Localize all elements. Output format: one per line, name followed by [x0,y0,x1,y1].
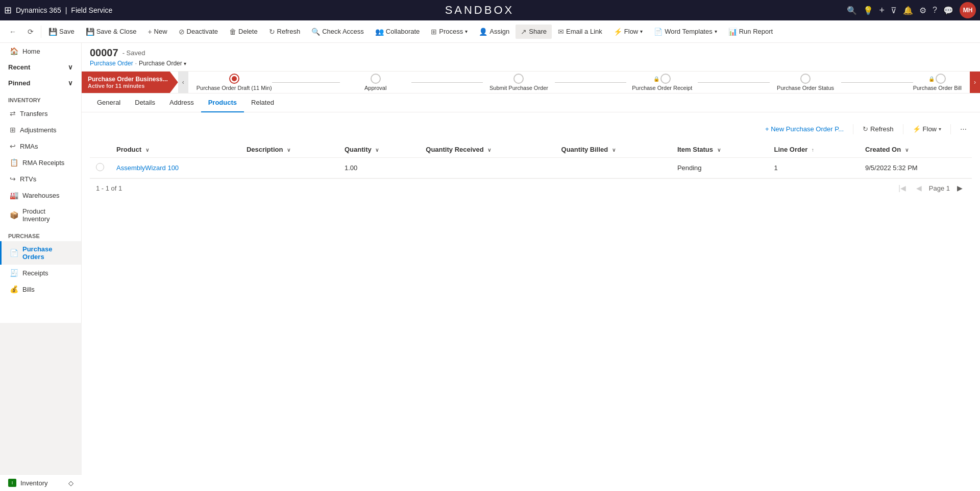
toolbar-separator-1 [853,124,853,134]
sidebar-item-bills[interactable]: 💰 Bills [0,281,81,297]
lightbulb-icon[interactable]: 💡 [863,6,873,15]
add-icon[interactable]: + [879,5,885,16]
bpf-collapse-button[interactable]: ‹ [178,72,188,93]
col-created-on[interactable]: Created On ∨ [859,142,972,158]
email-link-button[interactable]: ✉ Email a Link [553,25,607,39]
toolbar-separator-3 [950,124,951,134]
chat-icon[interactable]: 💬 [943,6,953,15]
refresh-button[interactable]: ↻ Refresh [264,25,306,39]
sidebar-recent-collapse[interactable]: Recent ∨ [0,59,81,75]
run-report-button[interactable]: 📊 Run Report [723,25,778,39]
receipts-icon: 🧾 [10,269,18,277]
breadcrumb-entity[interactable]: Purchase Order [90,60,133,67]
tab-address[interactable]: Address [162,93,201,112]
bpf-active-stage[interactable]: Purchase Order Business... Active for 11… [82,72,178,93]
sidebar-transfers-label: Transfers [20,110,47,118]
bpf-active-stage-sub: Active for 11 minutes [88,83,168,89]
page-prev-button[interactable]: ◀ [913,183,925,193]
delete-button[interactable]: 🗑 Delete [224,25,263,39]
product-link[interactable]: AssemblyWizard 100 [116,164,179,172]
word-templates-icon: 📄 [654,28,663,36]
new-purchase-order-product-button[interactable]: + New Purchase Order P... [760,123,849,135]
sidebar-bottom[interactable]: I Inventory ◇ [0,474,82,491]
sidebar-item-home[interactable]: 🏠 Home [0,43,81,59]
collaborate-label: Collaborate [386,28,420,35]
products-flow-button[interactable]: ⚡ Flow ▾ [908,123,946,135]
products-flow-label: Flow [923,125,937,133]
sidebar-item-transfers[interactable]: ⇄ Transfers [0,105,81,122]
collaborate-button[interactable]: 👥 Collaborate [370,25,425,39]
flow-button[interactable]: ⚡ Flow ▾ [608,25,648,39]
filter-icon[interactable]: ⊽ [891,6,897,15]
sidebar-item-rtvs[interactable]: ↪ RTVs [0,171,81,187]
save-icon: 💾 [48,28,57,36]
products-refresh-button[interactable]: ↻ Refresh [857,123,899,135]
page-first-button[interactable]: |◀ [895,183,909,193]
share-button[interactable]: ↗ Share [516,25,552,39]
app-grid-icon[interactable]: ⊞ [4,5,12,16]
sidebar-item-purchase-orders[interactable]: 📄 Purchase Orders [0,241,81,265]
page-next-button[interactable]: ▶ [954,183,966,193]
word-templates-button[interactable]: 📄 Word Templates ▾ [649,25,722,39]
new-button[interactable]: + New [142,25,172,39]
tab-related[interactable]: Related [244,93,281,112]
col-item-status[interactable]: Item Status ∨ [671,142,768,158]
help-icon[interactable]: ? [933,6,937,15]
settings-icon[interactable]: ⚙ [919,6,926,15]
process-button[interactable]: ⊞ Process ▾ [426,25,473,39]
brand-link[interactable]: Dynamics 365 | Field Service [16,6,112,14]
col-quantity[interactable]: Quantity ∨ [338,142,420,158]
sidebar-pinned-collapse[interactable]: Pinned ∨ [0,75,81,91]
save-close-button[interactable]: 💾 Save & Close [81,25,142,39]
bpf-stage-4-content[interactable]: 🔒 Purchase Order Receipt [626,74,698,91]
tab-general[interactable]: General [90,93,128,112]
sidebar-item-rmas[interactable]: ↩ RMAs [0,138,81,154]
products-table-header-row: Product ∨ Description ∨ Quantity ∨ Quant… [90,142,972,158]
save-label: Save [59,28,75,35]
avatar[interactable]: MH [960,2,976,18]
products-more-button[interactable]: ⋯ [955,123,972,135]
tab-details[interactable]: Details [128,93,162,112]
bell-icon[interactable]: 🔔 [903,6,913,15]
bills-icon: 💰 [10,285,18,293]
page-nav: |◀ ◀ Page 1 ▶ [895,183,966,193]
line-order-sort-icon: ↑ [812,147,814,153]
bpf-stage-6-content[interactable]: 🔒 Purchase Order Bill [913,74,962,91]
bpf-stage-2-content[interactable]: Approval [340,74,411,91]
breadcrumb-view[interactable]: Purchase Order ▾ [139,60,186,67]
col-description[interactable]: Description ∨ [240,142,338,158]
row-checkbox[interactable] [96,163,104,171]
search-icon[interactable]: 🔍 [847,6,857,15]
sidebar-item-warehouses[interactable]: 🏭 Warehouses [0,187,81,203]
products-refresh-label: Refresh [870,125,894,133]
bpf-stage-5-content[interactable]: Purchase Order Status [770,74,841,91]
sidebar-item-adjustments[interactable]: ⊞ Adjustments [0,122,81,138]
sidebar-item-receipts[interactable]: 🧾 Receipts [0,265,81,281]
rtvs-icon: ↪ [10,175,16,183]
sidebar-item-product-inventory[interactable]: 📦 Product Inventory [0,203,81,227]
app-name: Field Service [71,6,112,14]
forward-button[interactable]: ⟳ [22,25,39,39]
assign-button[interactable]: 👤 Assign [474,25,514,39]
bpf-stage-1-content[interactable]: Purchase Order Draft (11 Min) [197,74,272,91]
tab-products[interactable]: Products [201,93,244,112]
table-row: AssemblyWizard 100 1.00 [90,158,972,178]
col-line-order[interactable]: Line Order ↑ [768,142,859,158]
cell-line-order: 1 [768,158,859,178]
bpf-stage-line-5 [841,82,913,83]
col-quantity-billed[interactable]: Quantity Billed ∨ [555,142,671,158]
sidebar-item-rma-receipts[interactable]: 📋 RMA Receipts [0,154,81,171]
cell-quantity-received [420,158,555,178]
bpf-stage-3-content[interactable]: Submit Purchase Order [483,74,554,91]
sidebar-pinned-label: Pinned [8,79,30,87]
nav-arrows: ← ⟳ [4,25,39,39]
back-button[interactable]: ← [4,25,21,39]
toolbar-separator-2 [903,124,903,134]
save-button[interactable]: 💾 Save [43,25,80,39]
col-product[interactable]: Product ∨ [110,142,240,158]
bpf-stage-2-label: Approval [364,85,386,91]
deactivate-button[interactable]: ⊘ Deactivate [174,25,223,39]
check-access-button[interactable]: 🔍 Check Access [306,25,369,39]
col-quantity-received[interactable]: Quantity Received ∨ [420,142,555,158]
bpf-next-button[interactable]: › [970,72,980,93]
